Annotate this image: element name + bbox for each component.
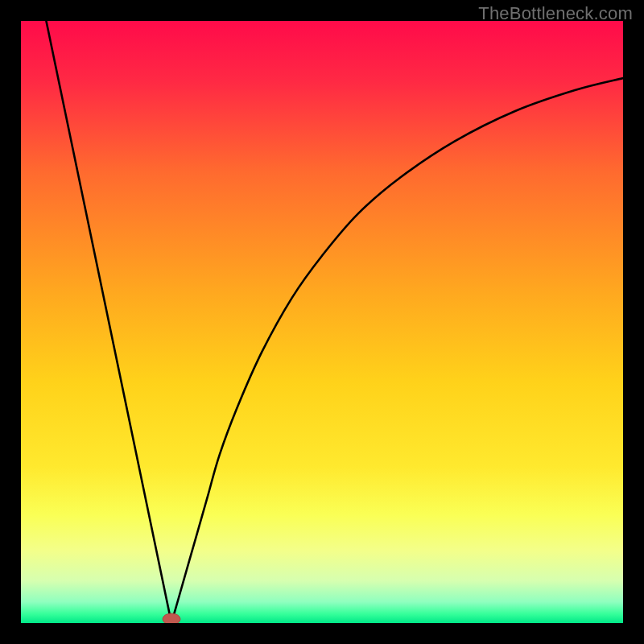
chart-frame: TheBottleneck.com — [0, 0, 644, 644]
plot-area — [21, 21, 623, 623]
minimum-marker — [163, 613, 180, 623]
watermark-text: TheBottleneck.com — [478, 3, 633, 24]
gradient-background — [21, 21, 623, 623]
chart-svg — [21, 21, 623, 623]
